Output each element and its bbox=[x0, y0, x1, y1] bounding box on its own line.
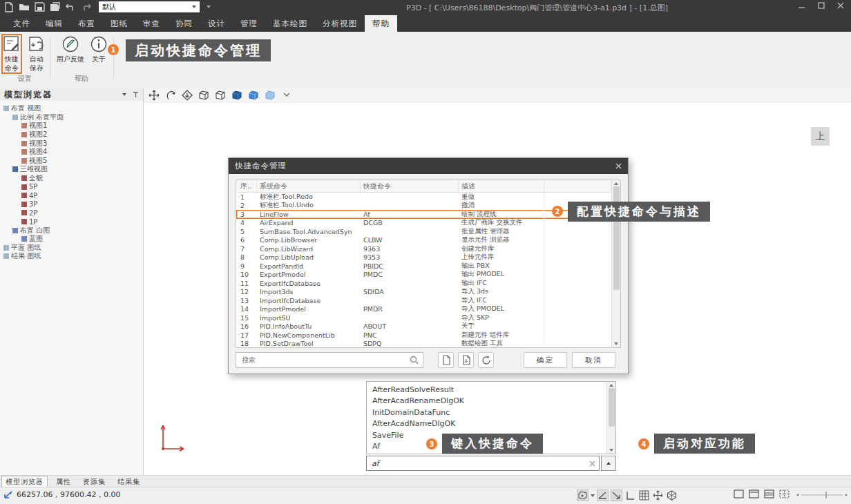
panel-pin-icon[interactable] bbox=[133, 92, 139, 98]
undo-icon[interactable] bbox=[66, 3, 76, 11]
table-row[interactable]: 4 AirExpand DCGB 生成厂商库 交换文件 bbox=[236, 219, 611, 228]
tree-item[interactable]: 蓝图 bbox=[0, 235, 143, 244]
menu-item[interactable]: 布置 bbox=[70, 15, 103, 32]
move-mode-icon[interactable] bbox=[652, 490, 664, 501]
suggestion-item[interactable]: AfterAcadNameDlgOK bbox=[372, 418, 606, 430]
table-row[interactable]: 17 PID.NewComponentLib PNC 新建元件 组件库 bbox=[236, 331, 611, 340]
table-row[interactable]: 1 标准栏.Tool.Redo 重做 bbox=[236, 193, 611, 202]
table-row[interactable]: 9 ExportPandId PBIDC 输出 PBX bbox=[236, 262, 611, 271]
suggestion-item[interactable]: InitDomainDataFunc bbox=[372, 407, 606, 418]
bottom-tab[interactable]: 结果集 bbox=[114, 476, 144, 487]
tree-item[interactable]: 视图2 bbox=[0, 130, 143, 139]
redo-icon[interactable] bbox=[81, 3, 91, 11]
menu-item[interactable]: 帮助 bbox=[365, 15, 397, 32]
bottom-tab[interactable]: 属性 bbox=[52, 476, 75, 487]
window-view-icon[interactable] bbox=[749, 490, 759, 498]
navigate-icon[interactable] bbox=[181, 90, 193, 101]
ortho-mode-icon[interactable] bbox=[624, 490, 636, 501]
object-tracking-icon[interactable] bbox=[611, 490, 622, 501]
menu-item[interactable]: 协同 bbox=[168, 15, 200, 32]
collapse-popup-button[interactable] bbox=[601, 456, 616, 471]
zoom-slider[interactable] bbox=[796, 490, 848, 500]
scroll-up-icon[interactable] bbox=[609, 384, 613, 387]
hidden-line-cube-icon[interactable] bbox=[214, 90, 226, 101]
table-row[interactable]: 16 PID.InfoAboutTu ABOUT 关于 bbox=[236, 322, 611, 331]
tree-item[interactable]: 1P bbox=[0, 217, 143, 226]
table-row[interactable]: 8 Comp.LibUpload 9353 上传元件库 bbox=[236, 253, 611, 262]
tree-item[interactable]: 4P bbox=[0, 191, 143, 200]
table-row[interactable]: 7 Comp.LibWizard 9363 创建元件库 bbox=[236, 244, 611, 253]
tree-item[interactable]: 平面 图纸 bbox=[0, 244, 143, 253]
pan-icon[interactable] bbox=[148, 90, 160, 101]
scroll-up-icon[interactable] bbox=[614, 182, 618, 185]
table-row[interactable]: 13 ImportIfcDatabase 导入 IFC bbox=[236, 296, 611, 305]
about-button[interactable]: 关于 bbox=[88, 35, 109, 64]
import-config-button[interactable] bbox=[458, 352, 474, 368]
shaded-cube-icon[interactable] bbox=[247, 90, 259, 101]
menu-item[interactable]: 管理 bbox=[233, 15, 265, 32]
scroll-down-icon[interactable] bbox=[614, 342, 618, 345]
command-input[interactable] bbox=[370, 458, 589, 469]
table-row[interactable]: 5 SumBase.Tool.AdvancedSyn 批量属性 管理器 bbox=[236, 227, 611, 236]
polar-tracking-icon[interactable] bbox=[597, 490, 609, 501]
tree-item[interactable]: 布置 白图 bbox=[0, 226, 143, 235]
save-icon[interactable] bbox=[35, 2, 45, 12]
compass-up-indicator[interactable]: 上 bbox=[811, 127, 830, 146]
tree-item[interactable]: 三维视图 bbox=[0, 165, 143, 174]
wireframe-cube-icon[interactable] bbox=[198, 90, 209, 101]
list-view-icon[interactable] bbox=[764, 490, 774, 498]
close-icon[interactable] bbox=[837, 2, 844, 9]
panel-collapse-icon[interactable] bbox=[122, 93, 126, 96]
single-view-icon[interactable] bbox=[734, 490, 744, 498]
maximize-icon[interactable] bbox=[818, 2, 825, 9]
tree-item[interactable]: 布置 视图 bbox=[0, 104, 143, 113]
search-input[interactable] bbox=[240, 356, 410, 365]
snap-options-caret-icon[interactable] bbox=[591, 494, 595, 497]
profile-combobox[interactable]: 默认 bbox=[99, 1, 200, 12]
tree-item[interactable]: 2P bbox=[0, 209, 143, 217]
table-row[interactable]: 15 ImportSU 导入 SKP bbox=[236, 313, 611, 322]
export-config-button[interactable] bbox=[438, 352, 454, 368]
auto-save-button[interactable]: 自动保存 bbox=[28, 35, 46, 72]
dialog-search-box[interactable] bbox=[236, 352, 423, 368]
suggestion-item[interactable]: AfterAcadRenameDlgOK bbox=[372, 396, 606, 407]
menu-item[interactable]: 文件 bbox=[6, 15, 38, 32]
shortcut-command-button[interactable]: 快捷命令 bbox=[3, 35, 21, 72]
col-system-command[interactable]: 系统命令 bbox=[257, 180, 361, 192]
realistic-cube-icon[interactable] bbox=[264, 90, 276, 101]
tree-item[interactable]: 全貌 bbox=[0, 174, 143, 183]
open-folder-icon[interactable] bbox=[19, 2, 30, 12]
table-row[interactable]: 6 Comp.LibBrowser CLBW 显示元件 浏览器 bbox=[236, 236, 611, 245]
grid-view-icon[interactable] bbox=[779, 490, 790, 498]
suggestion-item[interactable]: AfterReadSolveResult bbox=[372, 384, 606, 396]
table-row[interactable]: 10 ExportPmodel PMDC 输出 PMODEL bbox=[236, 271, 611, 280]
minimize-icon[interactable] bbox=[799, 2, 805, 9]
bottom-tab[interactable]: 资源集 bbox=[79, 476, 109, 487]
menu-item[interactable]: 编辑 bbox=[38, 15, 70, 32]
tree-item[interactable]: 视图5 bbox=[0, 157, 143, 166]
tree-item[interactable]: 结果 图纸 bbox=[0, 252, 143, 261]
scroll-thumb[interactable] bbox=[609, 388, 615, 427]
table-row[interactable]: 11 ExportIfcDatabase 输出 IFC bbox=[236, 279, 611, 288]
tree-item[interactable]: 3P bbox=[0, 200, 143, 209]
menu-item[interactable]: 审查 bbox=[135, 15, 168, 32]
user-feedback-button[interactable]: 用户反馈 bbox=[55, 35, 86, 64]
tree-item[interactable]: 视图3 bbox=[0, 139, 143, 148]
col-index[interactable]: 序.. bbox=[236, 180, 257, 192]
tree-item[interactable]: 视图1 bbox=[0, 122, 143, 130]
grid-icon[interactable] bbox=[638, 490, 650, 501]
table-row[interactable]: 12 Import3ds SDIDA 导入 3ds bbox=[236, 288, 611, 297]
dialog-title-bar[interactable]: 快捷命令管理 bbox=[229, 158, 628, 174]
menu-item[interactable]: 基本绘图 bbox=[265, 15, 315, 32]
dialog-close-icon[interactable] bbox=[615, 163, 622, 169]
tree-item[interactable]: 视图4 bbox=[0, 148, 143, 157]
table-row[interactable]: 18 PID.SetDrawTool SDPQ 数据绘图 工具 bbox=[236, 340, 611, 348]
ok-button[interactable]: 确定 bbox=[524, 352, 567, 368]
cancel-button[interactable]: 取消 bbox=[572, 352, 615, 368]
orbit-icon[interactable] bbox=[164, 90, 176, 101]
shaded-dark-cube-icon[interactable] bbox=[231, 90, 242, 101]
clear-input-icon[interactable] bbox=[589, 461, 595, 467]
object-snap-icon[interactable] bbox=[577, 490, 589, 501]
menu-item[interactable]: 分析视图 bbox=[315, 15, 365, 32]
table-row[interactable]: 14 ImportPmodel PMDR 导入 PMODEL bbox=[236, 305, 611, 314]
